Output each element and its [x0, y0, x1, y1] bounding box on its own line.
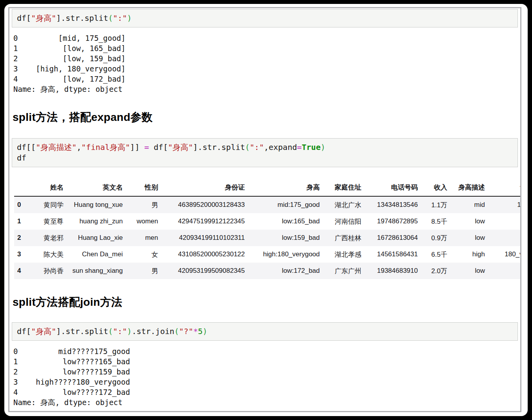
table-cell: 429475199912122345 — [160, 213, 246, 230]
table-cell: 男 — [124, 263, 160, 279]
code-cell-split[interactable]: df["身高"].str.split(":") — [12, 9, 518, 27]
table-cell: 172_bad — [486, 263, 521, 279]
code-line: df — [17, 153, 513, 163]
table-cell: 黄至尊 — [26, 213, 65, 230]
content-frame: df["身高"].str.split(":") 0 [mid, 175_good… — [8, 7, 521, 412]
table-cell: women — [124, 213, 160, 230]
table-cell: Huang tong_xue — [65, 196, 124, 213]
column-header-4: 身份证 — [160, 179, 246, 196]
table-cell: 463895200003128433 — [160, 196, 246, 213]
table-cell: 河南信阳 — [321, 213, 363, 230]
column-header-7: 电话号码 — [363, 179, 419, 196]
table-cell: high — [449, 246, 486, 263]
dataframe-body: 0黄同学Huang tong_xue男463895200003128433mid… — [14, 196, 521, 279]
column-header-1: 姓名 — [26, 179, 65, 196]
table-cell: 431085200005230122 — [160, 246, 246, 263]
table-cell: 16728613064 — [363, 230, 419, 246]
table-cell: 420934199110102311 — [160, 230, 246, 246]
table-cell: 1.1万 — [419, 196, 449, 213]
code-cell-expand[interactable]: df[["身高描述","final身高"]] = df["身高"].str.sp… — [12, 138, 518, 167]
heading-split-join: split方法搭配join方法 — [13, 295, 518, 310]
table-cell: mid:175_good — [246, 196, 321, 213]
row-index: 3 — [14, 246, 26, 263]
code-line: df[["身高描述","final身高"]] = df["身高"].str.sp… — [17, 142, 513, 153]
column-header-0 — [14, 179, 26, 196]
table-cell: 6.5千 — [419, 246, 449, 263]
column-header-10: final身高 — [486, 179, 521, 196]
table-cell: 13434813546 — [363, 196, 419, 213]
column-header-3: 性别 — [124, 179, 160, 196]
table-cell: 19748672895 — [363, 213, 419, 230]
table-cell: 黄老邪 — [26, 230, 65, 246]
table-row: 1黄至尊huang zhi_zunwomen429475199912122345… — [14, 213, 521, 230]
table-cell: men — [124, 230, 160, 246]
code-line: df["身高"].str.split(":") — [17, 13, 513, 24]
notebook-page: df["身高"].str.split(":") 0 [mid, 175_good… — [4, 4, 528, 416]
column-header-2: 英文名 — [65, 179, 124, 196]
table-cell: mid — [449, 196, 486, 213]
table-cell: 湖北广水 — [321, 196, 363, 213]
table-cell: Chen Da_mei — [65, 246, 124, 263]
table-cell: 19384683910 — [363, 263, 419, 279]
table-cell: 180_verygood — [486, 246, 521, 263]
table-cell: 159_bad — [486, 230, 521, 246]
row-index: 4 — [14, 263, 26, 279]
table-cell: low — [449, 230, 486, 246]
table-cell: 陈大美 — [26, 246, 65, 263]
table-row: 0黄同学Huang tong_xue男463895200003128433mid… — [14, 196, 521, 213]
table-cell: 黄同学 — [26, 196, 65, 213]
output-area-join: 0 mid?????175_good 1 low?????165_bad 2 l… — [13, 346, 518, 407]
dataframe-table: 姓名英文名性别身份证身高家庭住址电话号码收入身高描述final身高 0黄同学Hu… — [14, 179, 521, 279]
table-cell: Huang Lao_xie — [65, 230, 124, 246]
table-row: 4孙尚香sun shang_xiang男420953199509082345lo… — [14, 263, 521, 279]
table-cell: 175_good — [486, 196, 521, 213]
table-cell: huang zhi_zun — [65, 213, 124, 230]
table-cell: 广东广州 — [321, 263, 363, 279]
code-cell-join[interactable]: df["身高"].str.split(":").str.join("?"*5) — [12, 322, 518, 341]
row-index: 2 — [14, 230, 26, 246]
header-row: 姓名英文名性别身份证身高家庭住址电话号码收入身高描述final身高 — [14, 179, 521, 196]
table-cell: low:165_bad — [246, 213, 321, 230]
table-cell: high:180_verygood — [246, 246, 321, 263]
table-cell: 8.5千 — [419, 213, 449, 230]
column-header-5: 身高 — [246, 179, 321, 196]
table-cell: low:159_bad — [246, 230, 321, 246]
row-index: 1 — [14, 213, 26, 230]
table-cell: 女 — [124, 246, 160, 263]
table-cell: low:172_bad — [246, 263, 321, 279]
table-cell: 0.9万 — [419, 230, 449, 246]
table-cell: 165_bad — [486, 213, 521, 230]
table-row: 2黄老邪Huang Lao_xiemen420934199110102311lo… — [14, 230, 521, 246]
column-header-6: 家庭住址 — [321, 179, 363, 196]
table-cell: low — [449, 213, 486, 230]
heading-split-expand: split方法，搭配expand参数 — [13, 110, 518, 125]
row-index: 0 — [14, 196, 26, 213]
table-cell: 广西桂林 — [321, 230, 363, 246]
table-cell: sun shang_xiang — [65, 263, 124, 279]
column-header-9: 身高描述 — [449, 179, 486, 196]
table-cell: low — [449, 263, 486, 279]
table-cell: 男 — [124, 196, 160, 213]
column-header-8: 收入 — [419, 179, 449, 196]
dataframe-header: 姓名英文名性别身份证身高家庭住址电话号码收入身高描述final身高 — [14, 179, 521, 196]
code-line: df["身高"].str.split(":").str.join("?"*5) — [17, 326, 513, 337]
table-cell: 420953199509082345 — [160, 263, 246, 279]
output-area-split: 0 [mid, 175_good] 1 [low, 165_bad] 2 [lo… — [13, 33, 518, 94]
table-cell: 湖北孝感 — [321, 246, 363, 263]
table-cell: 2.0万 — [419, 263, 449, 279]
table-cell: 14561586431 — [363, 246, 419, 263]
table-cell: 孙尚香 — [26, 263, 65, 279]
table-row: 3陈大美Chen Da_mei女431085200005230122high:1… — [14, 246, 521, 263]
